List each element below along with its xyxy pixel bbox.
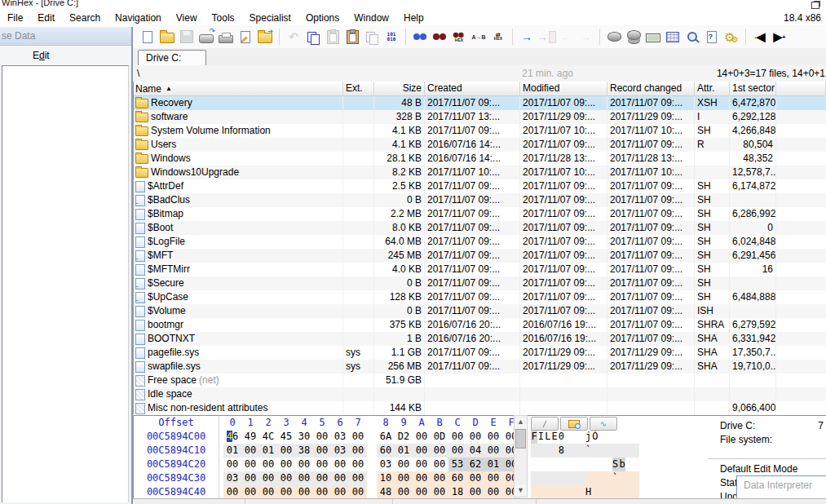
menu-tools[interactable]: Tools — [205, 11, 242, 25]
new-file-icon[interactable] — [138, 28, 157, 46]
table-row[interactable]: $Secure0 B2017/11/07 09:...2017/11/07 09… — [134, 276, 826, 290]
hex-scrollbar[interactable]: ▲ ▼ — [514, 415, 528, 497]
table-row[interactable]: $Bitmap2.2 MB2017/11/07 09:...2017/11/07… — [134, 207, 826, 221]
scroll-up-arrow-icon[interactable]: ▲ — [515, 416, 527, 428]
hex-search-folder-button[interactable] — [560, 417, 588, 431]
table-row[interactable]: $Volume0 B2017/11/07 09:...2017/11/07 09… — [134, 304, 826, 318]
table-row[interactable]: $MFT245 MB2017/11/07 09:...2017/11/07 09… — [134, 249, 826, 263]
restore-window-icon[interactable] — [811, 2, 819, 9]
hex-editor[interactable]: Offset0123456789ABCDEF 00C5894C0046494C4… — [133, 415, 663, 498]
file-ext: sys — [343, 346, 374, 360]
table-row[interactable]: pagefile.syssys1.1 GB2017/11/07 09:...20… — [134, 346, 826, 360]
menu-help[interactable]: Help — [396, 11, 431, 25]
column-header-size[interactable]: Size — [374, 82, 425, 95]
file-size: 128 KB — [374, 290, 425, 304]
hex-slash-button[interactable]: ∕ — [531, 417, 559, 431]
file-modified: 2017/11/07 09:... — [520, 304, 607, 318]
menu-specialist[interactable]: Specialist — [242, 11, 298, 25]
menu-file[interactable]: File — [0, 11, 30, 25]
options-gears-icon[interactable]: ⚙⚙ — [722, 28, 741, 46]
menu-options[interactable]: Options — [298, 11, 347, 25]
table-row[interactable]: System Volume Information4.1 KB2017/11/0… — [134, 124, 826, 138]
hex-offset-header: Offset — [134, 416, 219, 430]
table-row[interactable]: $AttrDef2.5 KB2017/11/07 09:...2017/11/0… — [134, 179, 826, 193]
scripts-icon[interactable]: ? — [702, 28, 722, 46]
find-text-again-icon[interactable] — [430, 28, 449, 46]
menu-navigation[interactable]: Navigation — [108, 11, 169, 25]
table-row[interactable]: bootmgr375 KB2016/07/16 20:...2016/07/16… — [134, 318, 826, 332]
table-row[interactable]: BOOTNXT1 B2016/07/16 20:...2016/07/16 19… — [134, 332, 826, 346]
hex-byte: 00 — [466, 471, 484, 485]
hex-row[interactable]: 00C5894C20000000000000000003000000536201… — [134, 458, 663, 471]
ascii-char — [545, 485, 551, 499]
hex-row[interactable]: 00C5894C0046494C45300003006AD2000D000000… — [134, 430, 663, 444]
table-row[interactable]: Recovery48 B2017/11/07 09:...2017/11/07 … — [134, 96, 826, 110]
ascii-char: b — [619, 458, 625, 471]
table-row[interactable]: $MFTMirr4.0 KB2017/11/07 09:...2017/11/0… — [134, 263, 826, 276]
replace-hex-icon[interactable]: ⇄HEX — [488, 28, 508, 46]
file-size: 8.0 KB — [374, 221, 425, 235]
tab-drive-c[interactable]: Drive C: — [138, 50, 206, 65]
table-row[interactable]: $UpCase128 KB2017/11/07 09:...2017/11/07… — [134, 290, 826, 304]
scroll-down-arrow-icon[interactable]: ▼ — [515, 484, 527, 497]
ascii-char — [564, 485, 571, 499]
paste-icon[interactable] — [342, 28, 362, 46]
menu-search[interactable]: Search — [62, 11, 108, 25]
file-record-changed: 2017/11/07 09:... — [607, 221, 695, 235]
table-row[interactable]: software328 B2017/11/07 13:...2017/11/29… — [134, 110, 826, 124]
file-name: swapfile.sys — [148, 360, 201, 374]
copy-icon[interactable] — [303, 28, 323, 46]
case-data-body[interactable] — [2, 65, 129, 502]
hex-row[interactable]: 00C5894C10010001003800030060010000000400… — [134, 444, 663, 458]
table-row[interactable]: swapfile.syssys256 MB2017/11/07 09:...20… — [134, 360, 826, 374]
table-row[interactable]: $LogFile64.0 MB2017/11/07 09:...2017/11/… — [134, 235, 826, 249]
table-row[interactable]: Misc non-resident attributes144 KB9,066,… — [134, 401, 826, 415]
column-header-modified[interactable]: Modified — [520, 82, 607, 95]
table-row[interactable]: Idle space — [134, 387, 826, 401]
table-row[interactable]: Users4.1 KB2016/07/16 14:...2017/11/07 0… — [134, 138, 826, 152]
convert-text-icon[interactable]: A→B — [469, 28, 488, 46]
column-header-record-changed[interactable]: Record changed — [607, 82, 695, 95]
table-row[interactable]: Free space (net)51.9 GB — [134, 374, 826, 387]
calculator-icon[interactable] — [663, 28, 682, 46]
scrollbar-thumb[interactable] — [515, 429, 526, 449]
column-header-attr-[interactable]: Attr. — [695, 82, 730, 95]
table-row[interactable]: Windows10Upgrade8.2 KB2017/11/07 10:...2… — [134, 166, 826, 179]
hex-row[interactable]: 00C5894C40000000000000000048000000180000… — [134, 485, 663, 499]
print-icon[interactable] — [216, 28, 236, 46]
file-modified — [520, 374, 607, 387]
ram-editor-icon[interactable] — [643, 28, 663, 46]
next-window-icon[interactable]: ▶+ — [770, 28, 789, 46]
column-header-1st-sector[interactable]: 1st sector — [730, 82, 776, 95]
version-label: 18.4 x86 — [784, 11, 821, 25]
table-row[interactable]: Windows28.1 KB2016/07/16 14:...2017/11/2… — [134, 152, 826, 166]
column-header-created[interactable]: Created — [425, 82, 520, 95]
case-data-edit-menu[interactable]: Edit — [29, 46, 53, 65]
table-row[interactable]: $Boot8.0 KB2017/11/07 09:...2017/11/07 0… — [134, 221, 826, 235]
magnifier-icon[interactable] — [682, 28, 702, 46]
open-disk-icon[interactable] — [604, 28, 624, 46]
table-row[interactable]: $BadClus0 B2017/11/07 09:...2017/11/07 0… — [134, 193, 826, 207]
menu-edit[interactable]: Edit — [30, 11, 62, 25]
hex-byte: 00 — [223, 485, 241, 499]
create-disk-image-icon[interactable] — [197, 28, 216, 46]
column-header-ext-[interactable]: Ext. — [343, 82, 374, 95]
hex-squiggle-button[interactable]: ∿ — [590, 417, 617, 431]
drive-label: Drive C:7 — [720, 419, 824, 432]
previous-window-icon[interactable]: -◀ — [750, 28, 770, 46]
clone-disk-icon[interactable] — [624, 28, 643, 46]
ascii-char: j — [585, 430, 591, 444]
ascii-char — [564, 458, 571, 471]
open-file-icon[interactable] — [157, 28, 177, 46]
convert-binary-icon[interactable]: 101010 — [382, 28, 401, 46]
find-hex-icon[interactable]: HEX — [449, 28, 469, 46]
find-text-icon[interactable] — [410, 28, 430, 46]
open-folder-icon[interactable] — [255, 28, 275, 46]
continue-search-icon[interactable]: → — [517, 28, 537, 46]
table-header: Name▲Ext.SizeCreatedModifiedRecord chang… — [134, 82, 826, 96]
column-header-name[interactable]: Name▲ — [134, 82, 343, 95]
properties-icon[interactable] — [236, 28, 255, 46]
menu-view[interactable]: View — [169, 11, 205, 25]
hex-row[interactable]: 00C5894C30030000000000000010000000600000… — [134, 471, 663, 485]
menu-window[interactable]: Window — [347, 11, 396, 25]
